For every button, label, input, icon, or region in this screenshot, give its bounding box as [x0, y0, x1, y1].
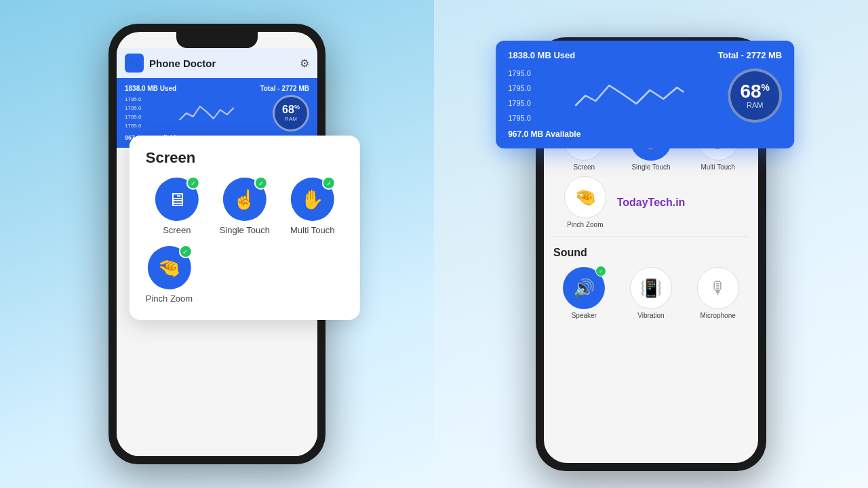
popup-title: Screen [146, 149, 344, 167]
ram-large-used: 1838.0 MB Used [508, 50, 575, 60]
screen-popup: Screen 🖥 ✓ Screen ☝ ✓ Single Touch [130, 136, 360, 320]
screen-icon: 🖥 [167, 188, 186, 211]
left-side: 🐾 Phone Doctor ⚙ 1838.0 MB Used Total - … [0, 0, 434, 488]
ram-large-body: 1795.0 1795.0 1795.0 1795.0 68% RAM [508, 66, 782, 125]
right-side: 1838.0 MB Used Total - 2772 MB 1795.0 17… [434, 0, 868, 488]
popup-grid: 🖥 ✓ Screen ☝ ✓ Single Touch ✋ ✓ [146, 178, 344, 235]
ram-large-percent: 68% [740, 82, 770, 101]
ram-body: 1795.0 1795.0 1795.0 1795.0 68% RAM [125, 95, 309, 131]
right-multi-touch-label: Multi Touch [701, 163, 734, 171]
right-microphone-circle[interactable]: 🎙 [697, 267, 739, 309]
ram-large-available: 967.0 MB Available [508, 129, 782, 139]
right-microphone-label: Microphone [701, 312, 736, 319]
header-left: 🐾 Phone Doctor [125, 54, 216, 73]
ram-wave-chart [146, 100, 267, 127]
watermark-text: TodayTech.in [617, 197, 686, 209]
ram-percent: 68% [282, 104, 300, 115]
popup-single-touch[interactable]: ☝ ✓ Single Touch [214, 178, 276, 235]
app-title: Phone Doctor [149, 58, 216, 69]
popup-single-touch-circle[interactable]: ☝ ✓ [223, 178, 267, 221]
app-icon: 🐾 [125, 54, 144, 73]
ram-circle: 68% RAM [273, 95, 309, 131]
right-divider [553, 237, 749, 237]
right-vibration-circle[interactable]: 📳 [630, 267, 672, 309]
single-touch-icon: ☝ [233, 188, 256, 211]
ram-large-values: 1795.0 1795.0 1795.0 1795.0 [508, 66, 531, 125]
popup-screen-circle[interactable]: 🖥 ✓ [155, 178, 199, 221]
ram-large-total: Total - 2772 MB [718, 50, 782, 60]
pinch-zoom-check: ✓ [178, 245, 192, 258]
popup-bottom: 🤏 ✓ Pinch Zoom [146, 246, 344, 304]
popup-single-touch-label: Single Touch [220, 225, 270, 235]
right-vibration-label: Vibration [637, 312, 664, 319]
phone-notch [176, 32, 258, 48]
watermark-cell: TodayTech.in [617, 176, 686, 228]
ram-values: 1795.0 1795.0 1795.0 1795.0 [125, 96, 141, 130]
ram-card-large: 1838.0 MB Used Total - 2772 MB 1795.0 17… [496, 41, 794, 148]
main-container: 🐾 Phone Doctor ⚙ 1838.0 MB Used Total - … [0, 0, 868, 488]
right-speaker-label: Speaker [572, 312, 597, 319]
left-app-header: 🐾 Phone Doctor ⚙ [117, 48, 317, 78]
right-sound-section-title: Sound [544, 240, 758, 262]
right-speaker-circle[interactable]: 🔊 ✓ [563, 267, 605, 309]
right-single-touch-label: Single Touch [631, 163, 670, 171]
pinch-zoom-icon: 🤏 [157, 257, 181, 279]
right-vibration-item[interactable]: 📳 Vibration [620, 267, 682, 319]
popup-multi-touch-circle[interactable]: ✋ ✓ [291, 178, 334, 221]
ram-label: RAM [285, 116, 297, 122]
popup-multi-touch[interactable]: ✋ ✓ Multi Touch [281, 178, 344, 235]
ram-large-label: RAM [747, 101, 763, 109]
right-microphone-item[interactable]: 🎙 Microphone [687, 267, 749, 319]
popup-pinch-zoom-circle[interactable]: 🤏 ✓ [147, 246, 191, 289]
popup-pinch-zoom[interactable]: 🤏 ✓ Pinch Zoom [146, 246, 193, 304]
multi-touch-check: ✓ [322, 176, 336, 190]
ram-large-wave [539, 75, 719, 116]
screen-check: ✓ [186, 176, 200, 190]
right-speaker-check: ✓ [595, 266, 606, 277]
popup-pinch-zoom-label: Pinch Zoom [146, 293, 193, 304]
multi-touch-icon: ✋ [300, 188, 324, 211]
popup-screen-label: Screen [163, 225, 191, 235]
right-pinch-zoom-item[interactable]: 🤏 Pinch Zoom [553, 176, 617, 228]
right-sound-grid: 🔊 ✓ Speaker 📳 Vibration [544, 262, 758, 325]
ram-used: 1838.0 MB Used [125, 85, 176, 92]
ram-header: 1838.0 MB Used Total - 2772 MB [125, 85, 309, 92]
ram-large-header: 1838.0 MB Used Total - 2772 MB [508, 50, 782, 60]
single-touch-check: ✓ [254, 176, 268, 190]
right-pinch-zoom-circle[interactable]: 🤏 [564, 176, 606, 218]
right-screen-label: Screen [573, 163, 595, 171]
ram-total: Total - 2772 MB [260, 85, 309, 92]
right-speaker-item[interactable]: 🔊 ✓ Speaker [553, 267, 615, 319]
right-pinch-zoom-label: Pinch Zoom [567, 221, 603, 228]
ram-large-circle: 68% RAM [728, 68, 782, 123]
popup-screen[interactable]: 🖥 ✓ Screen [146, 178, 208, 235]
gear-icon[interactable]: ⚙ [300, 57, 309, 70]
popup-multi-touch-label: Multi Touch [290, 225, 335, 235]
